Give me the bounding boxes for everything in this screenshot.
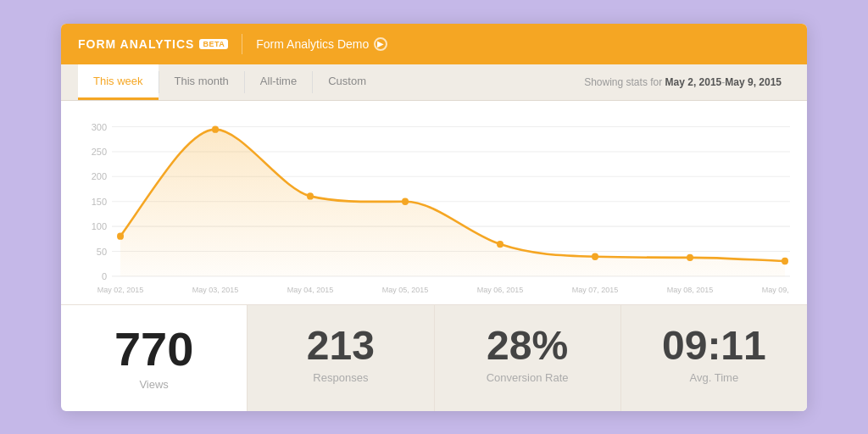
stat-views: 770 Views: [61, 305, 248, 411]
svg-text:150: 150: [92, 196, 107, 206]
stat-value-avgtime: 09:11: [638, 326, 790, 366]
form-name[interactable]: Form Analytics Demo ▶: [256, 37, 387, 51]
stat-value-responses: 213: [264, 326, 416, 366]
svg-text:May 03, 2015: May 03, 2015: [192, 285, 238, 293]
form-name-text: Form Analytics Demo: [256, 37, 369, 51]
tab-custom[interactable]: Custom: [313, 64, 381, 100]
date-end: May 9, 2015: [725, 76, 782, 88]
stats-prefix: Showing stats for: [584, 76, 662, 88]
svg-text:250: 250: [92, 146, 107, 156]
svg-text:0: 0: [102, 270, 107, 281]
header-divider: [242, 34, 242, 54]
stats-date-range: Showing stats for May 2, 2015 - May 9, 2…: [584, 64, 790, 100]
svg-point-28: [687, 253, 693, 260]
svg-text:May 06, 2015: May 06, 2015: [477, 285, 523, 293]
stats-row: 770 Views 213 Responses 28% Conversion R…: [61, 304, 807, 411]
stat-label-views: Views: [78, 378, 230, 391]
svg-point-27: [592, 253, 598, 259]
stat-avgtime: 09:11 Avg. Time: [621, 305, 807, 411]
stat-responses: 213 Responses: [248, 305, 434, 411]
svg-text:300: 300: [92, 121, 107, 131]
svg-text:100: 100: [92, 221, 107, 231]
svg-point-23: [212, 125, 219, 132]
brand-area: FORM ANALYTICS BETA: [78, 37, 228, 51]
svg-point-29: [782, 257, 788, 264]
svg-point-26: [497, 240, 504, 247]
svg-text:May 05, 2015: May 05, 2015: [382, 285, 428, 293]
svg-point-22: [117, 232, 124, 239]
stat-label-avgtime: Avg. Time: [638, 371, 790, 384]
svg-text:May 02, 2015: May 02, 2015: [97, 285, 143, 293]
stat-conversion: 28% Conversion Rate: [435, 305, 621, 411]
stat-label-responses: Responses: [264, 371, 416, 384]
svg-text:May 08, 2015: May 08, 2015: [667, 285, 713, 293]
analytics-card: FORM ANALYTICS BETA Form Analytics Demo …: [61, 24, 807, 411]
tabs-bar: This week This month All-time Custom Sho…: [61, 64, 807, 101]
stat-value-conversion: 28%: [452, 326, 604, 366]
svg-text:May 07, 2015: May 07, 2015: [572, 285, 618, 293]
tab-all-time[interactable]: All-time: [245, 64, 312, 100]
tabs-left: This week This month All-time Custom: [78, 64, 381, 100]
svg-point-24: [307, 192, 314, 199]
tab-this-month[interactable]: This month: [159, 64, 244, 100]
stat-label-conversion: Conversion Rate: [452, 371, 604, 384]
stat-value-views: 770: [78, 326, 230, 373]
tab-this-week[interactable]: This week: [78, 64, 159, 100]
svg-text:200: 200: [92, 171, 107, 181]
chart-area: 300 250 200 150 100 50 0 May 02, 2015 Ma…: [61, 101, 807, 304]
svg-point-25: [402, 198, 409, 204]
form-info-icon[interactable]: ▶: [374, 37, 387, 51]
line-chart: 300 250 200 150 100 50 0 May 02, 2015 Ma…: [78, 118, 790, 296]
beta-badge: BETA: [199, 39, 228, 49]
brand-text: FORM ANALYTICS: [78, 37, 194, 51]
date-start: May 2, 2015: [665, 76, 722, 88]
svg-text:May 09, 2015: May 09, 2015: [762, 285, 790, 293]
svg-text:May 04, 2015: May 04, 2015: [287, 285, 333, 293]
svg-text:50: 50: [97, 246, 107, 256]
header-bar: FORM ANALYTICS BETA Form Analytics Demo …: [61, 24, 807, 64]
